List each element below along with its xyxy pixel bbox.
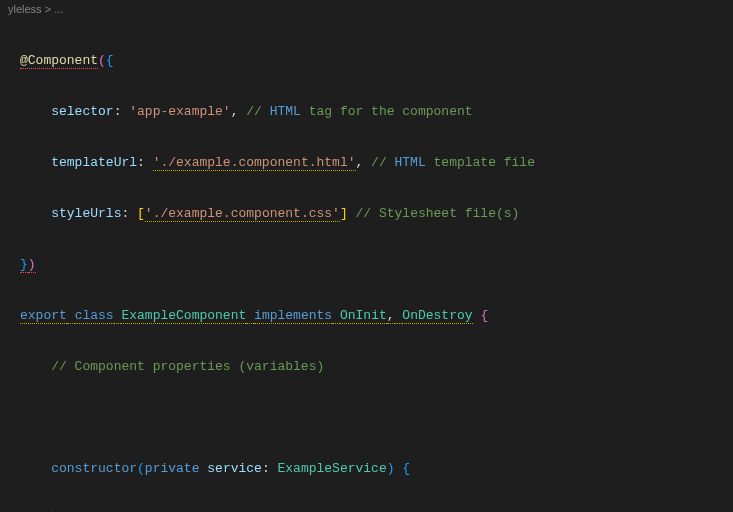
- brace: }: [20, 257, 28, 273]
- code-line: export class ExampleComponent implements…: [20, 307, 733, 324]
- punct: :: [262, 461, 278, 476]
- property: selector: [51, 104, 113, 119]
- paren: ): [28, 257, 36, 273]
- property: styleUrls: [51, 206, 121, 221]
- code-line: constructor(private service: ExampleServ…: [20, 460, 733, 477]
- space: [348, 206, 356, 221]
- string: 'app-example': [129, 104, 230, 119]
- keyword: private: [145, 461, 200, 476]
- paren: ): [387, 461, 395, 476]
- comment: //: [246, 104, 269, 119]
- paren: (: [137, 461, 145, 476]
- comment: tag for the component: [301, 104, 473, 119]
- function: constructor: [51, 461, 137, 476]
- decorator: @Component: [20, 53, 98, 69]
- comment: // Stylesheet file(s): [356, 206, 520, 221]
- code-line: selector: 'app-example', // HTML tag for…: [20, 103, 733, 120]
- type: ExampleComponent: [121, 308, 246, 324]
- string: './example.component.css': [145, 206, 340, 222]
- brace: {: [106, 53, 114, 68]
- space: [332, 308, 340, 324]
- code-editor[interactable]: @Component({ selector: 'app-example', //…: [0, 18, 733, 512]
- punct: :: [114, 104, 130, 119]
- paren: (: [98, 53, 106, 68]
- blank-line: [20, 409, 733, 426]
- property: templateUrl: [51, 155, 137, 170]
- comment: template file: [426, 155, 535, 170]
- comment: //: [371, 155, 394, 170]
- code-line: templateUrl: './example.component.html',…: [20, 154, 733, 171]
- punct: :: [137, 155, 153, 170]
- space: [67, 308, 75, 324]
- punct: ,: [231, 104, 247, 119]
- keyword: export: [20, 308, 67, 324]
- bracket: ]: [340, 206, 348, 221]
- comment: // Component properties (variables): [51, 359, 324, 374]
- punct: ,: [356, 155, 372, 170]
- brace: {: [402, 461, 410, 476]
- keyword: class: [75, 308, 114, 324]
- code-line: // Component properties (variables): [20, 358, 733, 375]
- parameter: service: [207, 461, 262, 476]
- bracket: [: [137, 206, 145, 221]
- breadcrumb[interactable]: yleless > ...: [0, 0, 733, 18]
- code-line: }): [20, 256, 733, 273]
- code-line: @Component({: [20, 52, 733, 69]
- punct: ,: [387, 308, 395, 324]
- keyword: HTML: [395, 155, 426, 170]
- string: './example.component.html': [153, 155, 356, 171]
- type: ExampleService: [278, 461, 387, 476]
- keyword: implements: [254, 308, 332, 324]
- type: OnInit: [340, 308, 387, 324]
- punct: :: [121, 206, 137, 221]
- code-line: styleUrls: ['./example.component.css'] /…: [20, 205, 733, 222]
- keyword: HTML: [270, 104, 301, 119]
- space: [246, 308, 254, 324]
- type: OnDestroy: [402, 308, 472, 324]
- brace: {: [480, 308, 488, 323]
